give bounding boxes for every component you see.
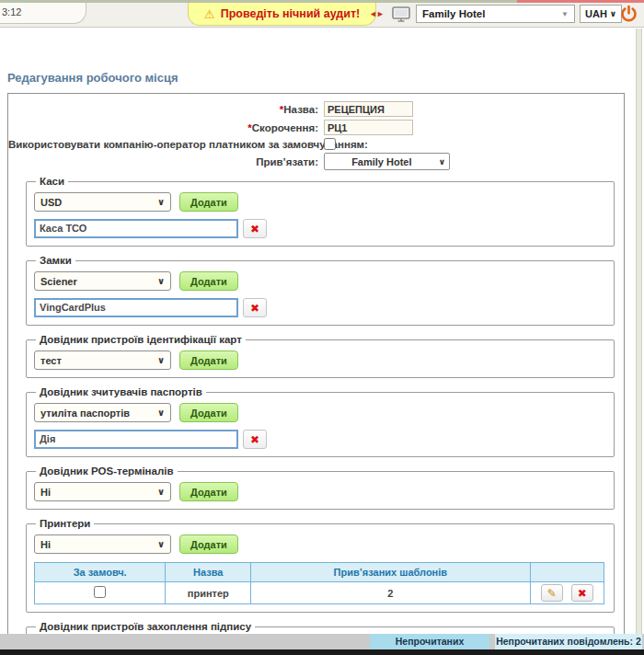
printer-name-cell: принтер [166,582,251,604]
short-name-input[interactable] [324,120,413,135]
section-pos-terminals-legend: Довідник POS-терміналів [36,465,178,477]
chevron-down-icon: ∨ [610,9,616,18]
edit-printer-button[interactable]: ✎ [541,584,563,602]
bottom-dark-bar [0,649,644,655]
add-card-id-device-button[interactable]: Додати [179,350,238,370]
unread-notifications-badge[interactable]: Непрочитаних сповіщень: 0 [370,634,489,649]
pos-terminal-select[interactable]: Ні ∨ [34,482,171,501]
printers-table-header-row: За замовч. Назва Прив’язаних шаблонів [35,563,604,582]
name-input[interactable] [324,101,413,117]
delete-passport-reader-button[interactable]: ✖ [243,430,267,449]
section-locks: Замки Sciener ∨ Додати VingCardPlus ✖ [26,255,615,326]
section-pos-terminals: Довідник POS-терміналів Ні ∨ Додати [26,465,615,510]
printers-col-name: Назва [166,563,251,582]
cash-register-select[interactable]: USD ∨ [34,192,171,212]
printer-templates-cell: 2 [251,582,530,604]
add-passport-reader-button[interactable]: Додати [179,403,238,422]
unread-messages-badge[interactable]: Непрочитаних повідомлень: 2 [495,634,642,649]
printer-default-cell [35,582,166,604]
passport-reader-item-row: Дія ✖ [34,430,606,449]
chevron-down-icon: ∨ [157,355,170,365]
lock-item: VingCardPlus [34,298,238,317]
chevron-down-icon: ∨ [157,276,170,286]
printer-actions-cell: ✎ ✖ [530,582,604,604]
delete-icon: ✖ [250,224,259,235]
printer-default-checkbox[interactable] [94,586,106,598]
printers-col-actions [530,563,604,582]
workstation-icon [392,6,410,25]
section-printers: Принтери Ні ∨ Додати За замовч. Назва Пр… [26,518,615,613]
chevron-down-icon: ∨ [157,487,170,497]
add-printer-button[interactable]: Додати [179,534,238,554]
bind-hotel-label: Прив’язати: [8,156,322,167]
section-card-id-devices-legend: Довідник пристроїв ідентифікації карт [36,334,246,345]
printer-select-value: Ні [35,539,157,550]
short-name-label: *Скорочення: [8,122,322,133]
delete-icon: ✖ [250,303,259,314]
lock-item-row: VingCardPlus ✖ [34,298,606,317]
cash-register-item-row: Каса ТСО ✖ [34,219,606,238]
card-id-device-select-value: тест [35,355,157,366]
cash-register-select-value: USD [35,197,157,208]
delete-icon: ✖ [250,434,259,445]
printers-col-templates: Прив’язаних шаблонів [251,563,530,582]
add-pos-terminal-button[interactable]: Додати [179,482,238,501]
printers-table: За замовч. Назва Прив’язаних шаблонів пр… [34,562,604,604]
edit-pencil-icon: ✎ [547,588,557,599]
power-logout-icon[interactable] [619,4,638,27]
night-audit-alert-button[interactable]: ⚠ Проведіть нічний аудит! [188,3,376,26]
hotel-select[interactable]: Family Hotel ▼ [416,5,575,23]
add-lock-button[interactable]: Додати [179,271,238,291]
cash-register-item: Каса ТСО [34,219,238,238]
currency-value: UAH [585,8,607,19]
section-card-id-devices: Довідник пристроїв ідентифікації карт те… [26,334,615,378]
right-edge-strip [636,29,642,634]
night-audit-alert-label: Проведіть нічний аудит! [221,7,361,20]
lock-select[interactable]: Sciener ∨ [34,271,171,291]
lock-select-value: Sciener [35,276,157,287]
card-id-device-select[interactable]: тест ∨ [34,350,171,370]
page-title: Редагування робочого місця [7,71,644,85]
section-cash-registers: Каси USD ∨ Додати Каса ТСО ✖ [26,176,615,247]
operator-default-label: Використовувати компанію-оператор платни… [8,139,322,150]
hotel-select-value: Family Hotel [417,8,556,19]
delete-lock-button[interactable]: ✖ [243,298,267,317]
section-passport-readers: Довідник зчитувачів паспортів утиліта па… [26,386,615,457]
bind-hotel-select-value: Family Hotel [325,156,439,167]
section-printers-legend: Принтери [36,518,94,529]
add-cash-register-button[interactable]: Додати [179,192,238,212]
form-row-bind-hotel: Прив’язати: Family Hotel ∨ [8,153,624,170]
section-locks-legend: Замки [36,255,75,266]
pos-terminal-select-value: Ні [35,487,157,498]
clock-label: 3:12 [2,6,21,17]
bind-hotel-select[interactable]: Family Hotel ∨ [324,153,450,170]
chevron-down-icon: ∨ [157,197,170,207]
chevron-down-icon: ∨ [439,157,449,167]
printers-col-default: За замовч. [35,563,166,582]
name-label: *Назва: [8,104,322,115]
printer-select[interactable]: Ні ∨ [34,534,171,554]
printer-table-row: принтер 2 ✎ ✖ [35,582,604,604]
clock: 3:12 [0,3,86,24]
top-bar: 3:12 ⚠ Проведіть нічний аудит! ◄► Family… [0,0,644,28]
section-signature-devices-legend: Довідник пристроїв захоплення підпису [36,621,255,632]
passport-reader-select[interactable]: утиліта паспортів ∨ [34,403,171,422]
section-cash-registers-legend: Каси [36,176,68,187]
operator-default-checkbox[interactable] [324,138,336,150]
chevron-down-icon: ∨ [157,539,170,549]
status-bar: Непрочитаних сповіщень: 0 Непрочитаних п… [0,634,644,649]
workplace-form: *Назва: *Скорочення: Використовувати ком… [7,93,625,655]
dropdown-arrow-icon: ▼ [556,10,574,18]
currency-select[interactable]: UAH ∨ [580,5,622,23]
warning-icon: ⚠ [204,8,215,20]
collapse-arrows-icon[interactable]: ◄► [369,9,384,18]
passport-reader-select-value: утиліта паспортів [35,408,157,419]
top-border-strip-red [517,0,644,3]
form-row-short-name: *Скорочення: [8,120,624,135]
delete-cash-register-button[interactable]: ✖ [243,219,267,238]
form-row-name: *Назва: [8,101,624,117]
delete-icon: ✖ [578,588,587,599]
delete-printer-button[interactable]: ✖ [571,584,593,602]
form-row-operator-default: Використовувати компанію-оператор платни… [8,138,624,150]
passport-reader-item: Дія [34,430,238,449]
